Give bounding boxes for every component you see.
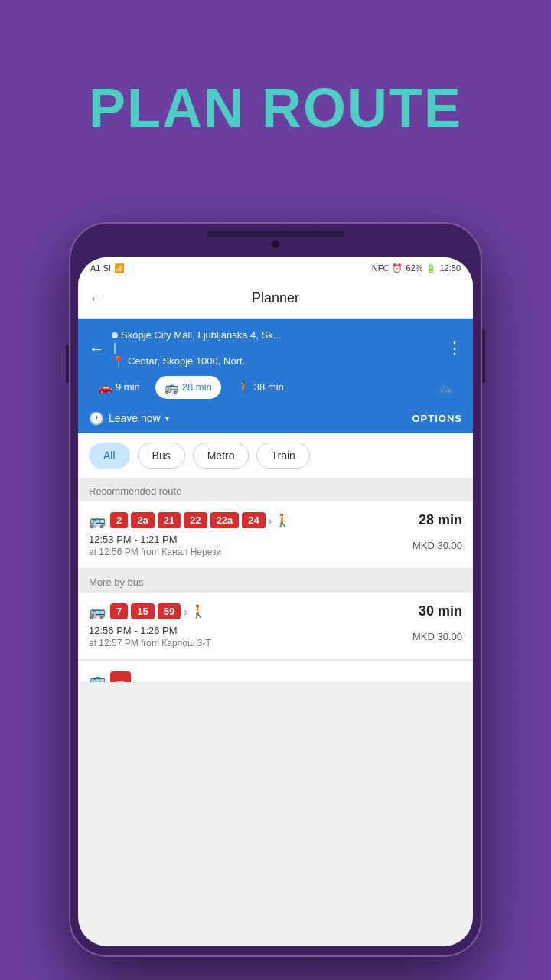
line-tag-22: 22 [184,512,207,528]
line-tag-7: 7 [110,603,128,619]
route-addresses: Skopje City Mall, Ljubljanska 4, Sk... 📍… [112,328,439,370]
destination-pin: 📍 [112,354,125,370]
recommended-price: MKD 30.00 [412,540,462,551]
bus-icon-small-2: 🚌 [89,603,106,620]
line-tag-22a: 22a [210,512,240,528]
recommended-section-label: Recommended route [78,478,473,501]
more-bus-duration: 30 min [419,603,462,619]
phone-mockup: A1 SI 📶 NFC ⏰ 62% 🔋 12:50 ← Planner [69,222,482,957]
phone-screen: A1 SI 📶 NFC ⏰ 62% 🔋 12:50 ← Planner [78,257,473,946]
tab-metro[interactable]: Metro [193,443,249,469]
status-bar: A1 SI 📶 NFC ⏰ 62% 🔋 12:50 [78,257,473,279]
line-tag-partial: ... [110,671,131,683]
origin-dot [112,332,118,338]
recommended-from-info: at 12:56 PM from Канал Нерези [89,547,221,557]
recommended-duration: 28 min [419,512,462,528]
route-section: ← Skopje City Mall, Ljubljanska 4, Sk...… [78,318,473,407]
route-results: Recommended route 🚌 2 2a 21 22 22a 24 › [78,478,473,683]
tab-all[interactable]: All [89,443,130,469]
more-bus-from-info: at 12:57 PM from Карпош 3-Т [89,638,211,648]
mode-bus[interactable]: 🚌 28 min [155,376,221,399]
bus-icon-small: 🚌 [89,512,106,529]
bike-icon: 🚲 [439,381,453,394]
route-line-tags-3: 🚌 ... [89,671,131,683]
route-arrow-2: › [184,606,187,618]
header-title: Planner [252,290,299,306]
more-bus-time-range: 12:56 PM - 1:26 PM [89,625,211,636]
front-camera [270,239,281,250]
route-connector-line [114,343,116,354]
route-card-more-bus[interactable]: 🚌 7 15 59 › 🚶 30 min 12:56 PM - 1:26 PM [78,593,473,660]
mode-car[interactable]: 🚗 9 min [89,376,149,399]
leave-now-label: Leave now [109,412,161,424]
bus-duration: 28 min [182,381,212,393]
more-bus-section-label: More by bus [78,569,473,593]
battery-icon: 🔋 [425,263,436,273]
tab-train[interactable]: Train [256,443,309,469]
walk-icon-2: 🚶 [191,604,206,619]
power-button [482,329,485,383]
mode-bike[interactable]: 🚲 [429,376,462,399]
page-title: PLAN ROUTE [0,77,551,139]
status-right: NFC ⏰ 62% 🔋 12:50 [372,263,461,273]
volume-button [66,345,69,383]
options-bar: 🕐 Leave now ▾ OPTIONS [78,407,473,433]
status-left: A1 SI 📶 [90,263,125,273]
line-tag-2: 2 [110,512,128,528]
line-tag-59: 59 [158,603,181,619]
bus-icon-small-3: 🚌 [89,671,106,683]
destination-address: Centar, Skopje 1000, Nort... [128,354,250,369]
mode-walk[interactable]: 🚶 38 min [227,376,293,399]
signal-icon: 📶 [114,263,125,273]
speaker-grille [207,231,344,237]
walk-mode-icon: 🚶 [236,381,251,394]
route-arrow: › [269,514,272,527]
line-tag-15: 15 [131,603,154,619]
route-line-tags-2: 🚌 7 15 59 › 🚶 [89,603,206,620]
route-card-partial: 🚌 ... [78,660,473,683]
route-back-arrow[interactable]: ← [89,340,104,358]
dropdown-arrow: ▾ [165,414,169,423]
carrier-label: A1 SI [90,263,111,273]
bus-icon: 🚌 [165,381,179,394]
home-indicator [230,949,321,952]
alarm-icon: ⏰ [392,263,403,273]
route-more-button[interactable]: ⋮ [446,338,462,358]
app-header: ← Planner [78,279,473,318]
leave-now-button[interactable]: 🕐 Leave now ▾ [89,411,169,426]
back-button[interactable]: ← [89,289,104,307]
options-button[interactable]: OPTIONS [412,413,462,424]
line-tag-21: 21 [158,512,181,528]
line-tag-24: 24 [242,512,265,528]
time-label: 12:50 [439,263,461,273]
nfc-icon: NFC [372,263,390,273]
more-bus-price: MKD 30.00 [412,631,462,642]
line-tag-2a: 2a [131,512,154,528]
clock-icon: 🕐 [89,411,104,426]
walk-icon-rec: 🚶 [275,513,290,528]
car-icon: 🚗 [98,381,112,394]
tab-bus[interactable]: Bus [138,443,185,469]
filter-tabs: All Bus Metro Train [78,433,473,478]
battery-label: 62% [406,263,422,273]
recommended-time-range: 12:53 PM - 1:21 PM [89,534,221,545]
origin-address: Skopje City Mall, Ljubljanska 4, Sk... [121,328,282,343]
transport-modes: 🚗 9 min 🚌 28 min 🚶 38 min 🚲 [89,376,462,399]
route-card-recommended[interactable]: 🚌 2 2a 21 22 22a 24 › 🚶 28 min [78,501,473,569]
route-line-tags: 🚌 2 2a 21 22 22a 24 › 🚶 [89,512,290,529]
walk-duration: 38 min [254,381,284,393]
car-duration: 9 min [116,381,140,393]
